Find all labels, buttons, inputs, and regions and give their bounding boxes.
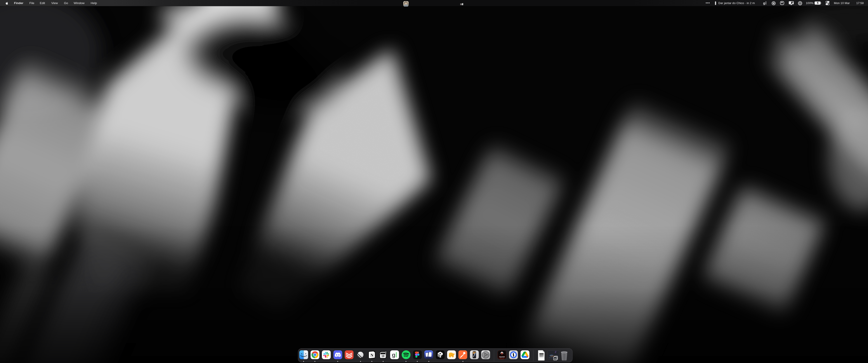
- svg-text:raycast: raycast: [499, 356, 505, 358]
- svg-text:N: N: [370, 353, 373, 358]
- svg-text:11: 11: [554, 357, 557, 360]
- svg-text:10: 10: [381, 355, 384, 358]
- svg-text:g: g: [392, 352, 396, 358]
